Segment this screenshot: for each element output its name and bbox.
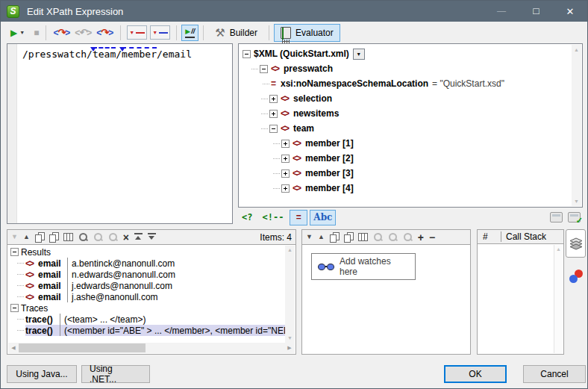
tree-root[interactable]: $XML (QuickStart.xml) ▼ <box>243 46 582 61</box>
xml-source-tree[interactable]: $XML (QuickStart.xml) ▼ <> presswatch = … <box>238 43 583 208</box>
show-text-toggle[interactable]: Abc <box>310 210 336 225</box>
close-button[interactable]: ✕ <box>553 1 587 22</box>
tab-call-stack[interactable] <box>566 229 586 258</box>
traces-group-header[interactable]: Traces <box>7 302 295 314</box>
insert-tracepoint-button[interactable]: ▼ <box>150 25 170 40</box>
tree-node-label: member [4] <box>305 183 354 193</box>
search-icon[interactable] <box>78 232 88 242</box>
columns-icon[interactable] <box>63 233 73 241</box>
collapse-expander-icon[interactable] <box>10 248 19 256</box>
scroll-up-icon[interactable]: ▲ <box>285 246 295 255</box>
element-icon: <> <box>271 63 278 74</box>
run-dropdown-icon[interactable]: ▼ <box>19 30 25 35</box>
tab-variables[interactable] <box>566 262 586 290</box>
result-value: j.edwards@nanonull.com <box>67 280 285 291</box>
search-icon <box>373 232 383 242</box>
results-list[interactable]: Results <>email a.bentinck@nanonull.com … <box>7 245 296 355</box>
step-into-button[interactable]: <↷> <box>51 25 72 41</box>
start-debugging-button[interactable]: ▶ ▼ <box>8 25 27 41</box>
watches-list[interactable]: Add watches here <box>301 245 471 355</box>
copy-icon[interactable] <box>35 232 44 242</box>
result-row[interactable]: <>email n.edwards@nanonull.com <box>7 269 295 280</box>
call-stack-list[interactable]: ▲ <box>477 244 564 355</box>
collapse-expander-icon[interactable] <box>260 65 268 73</box>
results-group-header[interactable]: Results <box>7 246 295 258</box>
expand-expander-icon[interactable] <box>281 169 290 178</box>
xpath-segment-tracepoint: member <box>122 47 157 60</box>
remove-watch-icon[interactable]: − <box>429 231 435 243</box>
tree-node-presswatch[interactable]: <> presswatch <box>243 61 582 76</box>
tree-vertical-scrollbar[interactable]: ▲ ▼ <box>572 45 581 206</box>
tree-node-selection[interactable]: <> selection <box>243 91 582 106</box>
scroll-down-icon[interactable]: ▼ <box>572 196 581 206</box>
result-row[interactable]: <>email j.edwards@nanonull.com <box>7 280 295 291</box>
step-over-button[interactable]: <↷> <box>94 25 116 41</box>
tree-connector <box>17 274 24 275</box>
app-logo-icon: S <box>7 5 19 18</box>
add-watches-box[interactable]: Add watches here <box>311 253 416 280</box>
tree-node-attribute[interactable]: = xsi:noNamespaceSchemaLocation = "Quick… <box>243 76 582 91</box>
tree-node-newsitems[interactable]: <> newsitems <box>243 106 582 121</box>
callstack-scrollbar[interactable]: ▲ <box>554 245 563 353</box>
tree-node-member-3[interactable]: <> member [3] <box>243 166 582 181</box>
scrollbar-thumb[interactable] <box>19 343 146 352</box>
show-pi-toggle[interactable]: <? <box>238 210 256 225</box>
toolbar-separator <box>46 25 46 40</box>
expand-expander-icon[interactable] <box>281 140 290 148</box>
trace-row[interactable]: trace() (<team> ... </team>) <box>7 314 295 325</box>
scroll-right-icon[interactable]: ▶ <box>284 345 295 351</box>
scroll-up-icon[interactable]: ▲ <box>572 45 581 55</box>
tree-node-team[interactable]: <> team <box>243 121 582 136</box>
tree-node-member-4[interactable]: <> member [4] <box>243 181 582 196</box>
scroll-down-icon[interactable]: ▼ <box>285 334 295 343</box>
collapse-expander-icon[interactable] <box>269 125 278 133</box>
cancel-button[interactable]: Cancel <box>523 365 586 383</box>
show-comments-toggle[interactable]: <!-- <box>258 210 287 225</box>
copy-icon[interactable] <box>330 232 339 242</box>
scroll-up-icon[interactable]: ▲ <box>554 246 563 252</box>
collapse-all-icon[interactable] <box>134 233 143 241</box>
watches-toolbar: ▼ ▲ + − <box>301 229 471 245</box>
expand-expander-icon[interactable] <box>269 95 278 103</box>
show-attributes-toggle[interactable]: = <box>290 210 307 225</box>
xpath-expression[interactable]: /presswatch/team/member/email <box>17 44 193 223</box>
breakpoint-icon: ▼ <box>129 30 134 35</box>
tree-connector <box>261 99 268 99</box>
using-java-button[interactable]: Using Java... <box>7 365 77 383</box>
tree-node-member-1[interactable]: <> member [1] <box>243 136 582 151</box>
expand-expander-icon[interactable] <box>281 184 290 193</box>
maximize-button[interactable]: □ <box>519 1 553 22</box>
sort-ascending-icon[interactable]: ▲ <box>23 234 30 240</box>
source-dropdown-button[interactable]: ▼ <box>353 49 365 60</box>
tree-node-member-2[interactable]: <> member [2] <box>243 151 582 166</box>
collapse-expander-icon[interactable] <box>243 50 251 58</box>
title-bar[interactable]: S Edit XPath Expression — □ ✕ <box>1 1 587 22</box>
add-watch-icon[interactable]: + <box>418 231 424 243</box>
maximize-icon: □ <box>533 6 539 16</box>
results-horizontal-scrollbar[interactable]: ◀ ▶ <box>8 343 295 353</box>
insert-breakpoint-button[interactable]: ▼ <box>127 25 147 40</box>
using-dotnet-button[interactable]: Using .NET... <box>81 365 150 383</box>
ok-button[interactable]: OK <box>444 365 507 383</box>
results-vertical-scrollbar[interactable]: ▲ ▼ <box>285 246 295 343</box>
window-check-icon[interactable] <box>568 212 581 222</box>
evaluate-on-typing-toggle[interactable]: ▶ // <box>181 25 198 41</box>
expand-expander-icon[interactable] <box>269 110 278 118</box>
sort-ascending-icon[interactable]: ▲ <box>318 234 325 240</box>
trace-row-selected[interactable]: trace() (<member id="ABE" > ... </member… <box>7 325 295 336</box>
expand-expander-icon[interactable] <box>281 155 290 163</box>
collapse-expander-icon[interactable] <box>10 304 19 312</box>
expand-all-icon[interactable] <box>148 233 156 241</box>
window-link-icon[interactable] <box>550 212 563 222</box>
xpath-expression-editor[interactable]: /presswatch/team/member/email <box>7 43 233 224</box>
sort-descending-icon[interactable]: ▼ <box>306 234 313 240</box>
result-row[interactable]: <>email a.bentinck@nanonull.com <box>7 258 295 269</box>
scroll-left-icon[interactable]: ◀ <box>8 345 19 351</box>
result-row[interactable]: <>email j.ashe@nanonull.com <box>7 291 295 302</box>
evaluator-mode-button[interactable]: Evaluator <box>274 24 340 42</box>
builder-mode-button[interactable]: ⚒ Builder <box>208 24 264 42</box>
copy-all-icon[interactable] <box>49 232 58 242</box>
clear-results-icon[interactable]: × <box>123 231 129 243</box>
copy-all-icon[interactable] <box>344 232 353 242</box>
columns-icon[interactable] <box>358 233 368 241</box>
